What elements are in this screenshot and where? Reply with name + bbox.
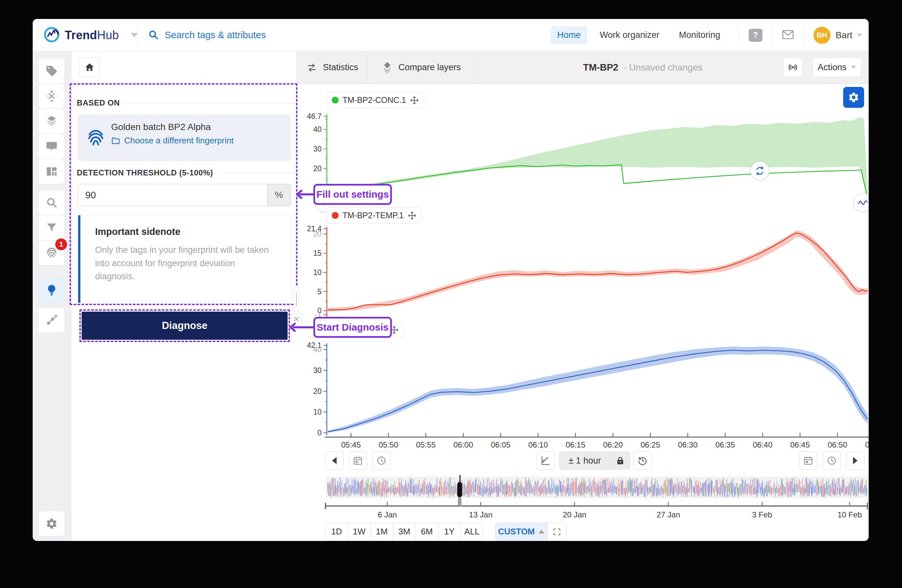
calendar-icon (803, 455, 813, 466)
nav-work-organizer[interactable]: Work organizer (593, 26, 666, 44)
history-button[interactable] (633, 452, 651, 470)
range-all[interactable]: ALL (460, 523, 483, 541)
svg-text:20 Jan: 20 Jan (563, 510, 586, 519)
range-3m[interactable]: 3M (393, 523, 416, 541)
nav-home[interactable]: Home (551, 26, 587, 44)
svg-text:13 Jan: 13 Jan (469, 510, 493, 519)
avatar[interactable]: BH (813, 27, 830, 44)
sidenote-title: Important sidenote (95, 227, 180, 237)
search-input[interactable] (165, 30, 361, 41)
fingerprint-blue-icon (86, 127, 106, 150)
move-icon[interactable] (407, 211, 417, 220)
arrow-left-icon (332, 457, 337, 464)
based-on-label: BASED ON (77, 99, 120, 108)
refresh-icon (754, 165, 766, 177)
fullscreen-range-button[interactable] (547, 523, 566, 540)
legend-temp[interactable]: TM-BP2-TEMP.1 (327, 208, 421, 224)
search-bar[interactable] (148, 19, 361, 51)
legend-conc[interactable]: TM-BP2-CONC.1 (327, 92, 424, 108)
range-1w[interactable]: 1W (348, 523, 371, 541)
chevron-up-icon (539, 530, 545, 533)
nodes-icon (45, 314, 58, 326)
expand-icon (552, 527, 561, 536)
house-icon (84, 62, 95, 72)
comment-icon (45, 140, 58, 153)
divider (739, 26, 739, 44)
time-range-control[interactable]: ± 1 hour (559, 452, 630, 470)
chart-settings-button[interactable] (843, 87, 864, 108)
range-1m[interactable]: 1M (370, 523, 393, 541)
nav-monitoring[interactable]: Monitoring (673, 26, 727, 44)
close-icon (294, 316, 299, 322)
top-navigation: Home Work organizer Monitoring ? BH Bart (551, 19, 862, 51)
search-icon (45, 196, 58, 209)
choose-fingerprint-link[interactable]: Choose a different fingerprint (111, 136, 234, 146)
sidebar-item-tags[interactable] (38, 58, 65, 84)
threshold-section: DETECTION THRESHOLD (5-100%) (77, 168, 296, 177)
fingerprint-icon (45, 246, 58, 260)
move-icon[interactable] (410, 96, 419, 105)
svg-text:3 Feb: 3 Feb (752, 510, 772, 519)
mail-icon[interactable] (781, 28, 795, 43)
range-6m[interactable]: 6M (415, 523, 438, 541)
sidebar-item-fingerprints[interactable]: 1 (38, 240, 65, 266)
overview-context-band[interactable] (327, 477, 868, 498)
actions-button[interactable]: Actions (813, 58, 861, 77)
custom-range-button[interactable]: CUSTOM (495, 523, 547, 540)
sidebar: 1 (33, 51, 71, 541)
app-logo[interactable]: TrendHub (43, 19, 138, 51)
sidebar-item-search[interactable] (38, 190, 65, 215)
divider (804, 26, 804, 44)
pan-right-button[interactable] (846, 452, 864, 470)
series-name: TM-BP2-CONC.1 (343, 95, 406, 105)
range-1d[interactable]: 1D (325, 523, 348, 541)
chart-toolbar: Statistics Compare layers TM-BP2 - Unsav… (297, 51, 869, 84)
time-range-label: ± 1 hour (559, 456, 610, 466)
start-time-button[interactable] (372, 452, 390, 470)
statistics-button[interactable]: Statistics (297, 51, 367, 84)
lock-range-button[interactable] (610, 452, 630, 469)
trendhub-logo-icon (43, 26, 60, 44)
fingerprint-badge: 1 (55, 238, 67, 250)
sidebar-item-suggestions[interactable] (38, 277, 65, 303)
context-sparkline (327, 477, 868, 498)
range-1y[interactable]: 1Y (438, 523, 461, 541)
threshold-input[interactable] (78, 184, 267, 206)
compare-layers-button[interactable]: Compare layers (367, 51, 475, 84)
start-calendar-button[interactable] (349, 452, 367, 470)
refresh-layer-button[interactable] (750, 161, 769, 180)
help-icon[interactable]: ? (749, 29, 763, 42)
fingerprint-deviations-panel: BASED ON Golden batch BP2 Alpha Choose a… (71, 84, 297, 541)
gear-icon (848, 91, 860, 103)
fill-out-settings-annotation: Fill out settings (313, 184, 392, 205)
sidenote-accent-bar (78, 215, 80, 303)
home-button[interactable] (80, 57, 100, 77)
panel-resize-handle[interactable] (293, 287, 299, 311)
custom-range-group: CUSTOM (495, 523, 566, 541)
sidebar-item-formulas[interactable] (38, 83, 65, 109)
sidenote-card: Important sidenote Only the tags in your… (78, 215, 291, 303)
sidebar-item-filter[interactable] (38, 215, 65, 241)
actions-chevron-down-icon (851, 66, 856, 69)
sidebar-item-layers[interactable] (38, 108, 65, 134)
fingerprint-name: Golden batch BP2 Alpha (111, 122, 234, 132)
end-time-button[interactable] (822, 452, 841, 470)
logo-chevron-down-icon[interactable] (131, 33, 138, 37)
sidebar-item-dashboards[interactable] (38, 159, 65, 184)
sidebar-item-comments[interactable] (38, 134, 65, 159)
diagnose-button[interactable]: Diagnose (82, 312, 288, 340)
scrubber-secondary-handle[interactable] (458, 497, 462, 507)
formula-icon (45, 90, 58, 102)
scrubber-handle[interactable] (457, 482, 462, 497)
broadcast-icon (787, 62, 799, 73)
screen: TrendHub Home Work organizer Monitoring … (0, 0, 902, 588)
sidebar-item-monitors[interactable] (38, 307, 65, 333)
pan-left-button[interactable] (325, 452, 343, 470)
user-chevron-down-icon[interactable] (857, 34, 862, 37)
live-mode-button[interactable] (783, 58, 803, 77)
end-calendar-button[interactable] (799, 452, 817, 470)
user-name[interactable]: Bart (836, 30, 852, 41)
step-mode-button[interactable] (536, 452, 554, 470)
sidebar-item-settings[interactable] (38, 511, 65, 536)
folder-icon (111, 136, 120, 145)
